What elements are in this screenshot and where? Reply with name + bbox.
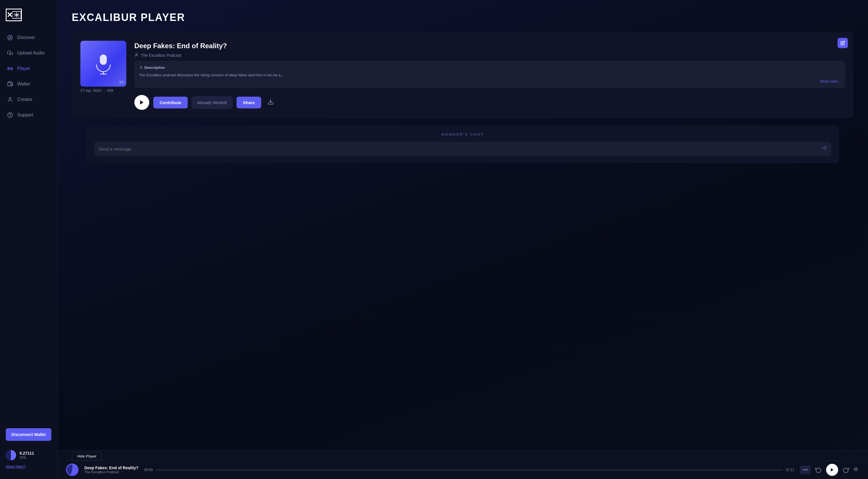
logo-icon [6, 9, 22, 21]
svg-point-16 [136, 53, 137, 55]
play-button[interactable] [134, 95, 149, 110]
sidebar: Discover Upload Audio Player [0, 0, 57, 479]
help-circle-icon [7, 112, 13, 118]
description-header: Description [139, 65, 840, 71]
nav-menu: Discover Upload Audio Player [0, 30, 57, 424]
bottom-track-info: Deep Fakes: End of Reality? The Excalibu… [84, 466, 138, 474]
upload-icon [7, 50, 13, 56]
sidebar-item-discover[interactable]: Discover [0, 30, 57, 45]
description-box: Description The Excalibur podcast discus… [134, 61, 845, 88]
sidebar-item-upload-audio[interactable]: Upload Audio [0, 45, 57, 61]
chat-section: MEMBER'S CHAT [86, 125, 839, 163]
svg-marker-27 [831, 468, 833, 472]
svg-marker-28 [854, 468, 857, 471]
radio-icon [7, 65, 13, 72]
podcast-name: The Excalibur Podcast [141, 53, 181, 58]
microphone-icon [92, 52, 115, 75]
sidebar-item-wallet[interactable]: Wallet [0, 76, 57, 92]
current-time: 00:00 [144, 468, 153, 472]
more-options-button[interactable]: ••• [800, 466, 811, 474]
bottom-play-button[interactable] [826, 464, 838, 476]
sidebar-item-wallet-label: Wallet [17, 81, 30, 87]
wallet-info: 0.27111 SOL [0, 445, 57, 463]
sidebar-item-upload-audio-label: Upload Audio [17, 50, 44, 56]
download-button[interactable] [265, 96, 276, 109]
bottom-thumbnail [66, 464, 79, 476]
total-time: 22:11 [786, 468, 794, 472]
show-more-link[interactable]: Show more... [139, 79, 840, 84]
sidebar-item-creator[interactable]: Creator [0, 92, 57, 107]
chat-input-row [94, 142, 831, 156]
wallet-avatar [6, 450, 16, 460]
bottom-track-title: Deep Fakes: End of Reality? [84, 466, 138, 470]
send-icon[interactable] [822, 146, 827, 152]
sidebar-item-creator-label: Creator [17, 97, 32, 102]
album-art-logo-text: EX [119, 80, 124, 84]
podcast-user-icon [134, 53, 138, 58]
logo [0, 6, 57, 30]
user-icon [7, 96, 13, 103]
svg-point-10 [9, 98, 11, 100]
bottom-player: Hide Player Deep Fakes: End of Reality? … [57, 450, 868, 479]
description-icon [139, 66, 143, 69]
avatar-graphic [6, 450, 16, 460]
chat-header: MEMBER'S CHAT [94, 132, 831, 137]
page-title: EXCALIBUR PLAYER [72, 11, 854, 24]
sidebar-item-support-label: Support [17, 112, 33, 117]
track-info: Deep Fakes: End of Reality? The Excalibu… [134, 41, 845, 110]
volume-button[interactable] [854, 467, 859, 474]
disconnect-wallet-button[interactable]: Disconnect Wallet [6, 428, 51, 441]
wallet-amount: 0.27111 [20, 451, 34, 455]
bottom-podcast-name: The Excalibur Podcast [84, 470, 138, 474]
wallet-balance: 0.27111 SOL [20, 451, 34, 459]
player-card: EX 27 Apr, 2023 ● #39 Deep Fakes: End of… [72, 32, 854, 118]
bottom-thumb-graphic [67, 465, 78, 475]
svg-marker-23 [140, 100, 144, 105]
svg-rect-13 [100, 55, 107, 65]
svg-point-5 [8, 35, 12, 40]
bottom-bar: Deep Fakes: End of Reality? The Excalibu… [57, 460, 868, 479]
description-text: The Excalibur podcast discusses the risi… [139, 72, 840, 78]
episode-number: #39 [107, 88, 113, 93]
episode-meta: 27 Apr, 2023 ● #39 [81, 88, 126, 93]
wallet-unit: SOL [20, 455, 34, 459]
svg-marker-6 [9, 36, 11, 38]
chat-input[interactable] [99, 146, 822, 151]
need-help-link[interactable]: Need Help? [0, 463, 57, 473]
wallet-icon [7, 81, 13, 87]
dot-separator: ● [104, 90, 105, 92]
compass-icon [7, 34, 13, 41]
sidebar-item-player[interactable]: Player [0, 61, 57, 76]
podcast-info: The Excalibur Podcast [134, 53, 845, 58]
album-art: EX [81, 41, 126, 87]
sidebar-item-discover-label: Discover [17, 35, 35, 40]
bottom-timeline: 00:00 22:11 [144, 468, 794, 472]
timeline-track[interactable] [156, 470, 783, 470]
description-label: Description [144, 65, 165, 71]
forward-button[interactable] [843, 467, 849, 473]
bottom-controls: ••• [800, 464, 859, 476]
main-content: EXCALIBUR PLAYER EX 27 Apr, 2023 ● [57, 0, 868, 479]
already-minted-button[interactable]: Already Minted! [192, 96, 232, 109]
sidebar-item-support[interactable]: Support [0, 107, 57, 123]
hide-player-button[interactable]: Hide Player [72, 452, 102, 460]
player-controls: Contribute Already Minted! Share [134, 95, 845, 110]
sidebar-item-player-label: Player [17, 66, 30, 71]
share-button[interactable]: Share [237, 97, 261, 108]
track-title: Deep Fakes: End of Reality? [134, 42, 845, 50]
episode-date: 27 Apr, 2023 [81, 88, 101, 93]
rewind-button[interactable] [815, 467, 822, 473]
contribute-button[interactable]: Contribute [153, 97, 188, 108]
svg-point-8 [9, 68, 10, 69]
edit-button[interactable] [838, 38, 848, 48]
